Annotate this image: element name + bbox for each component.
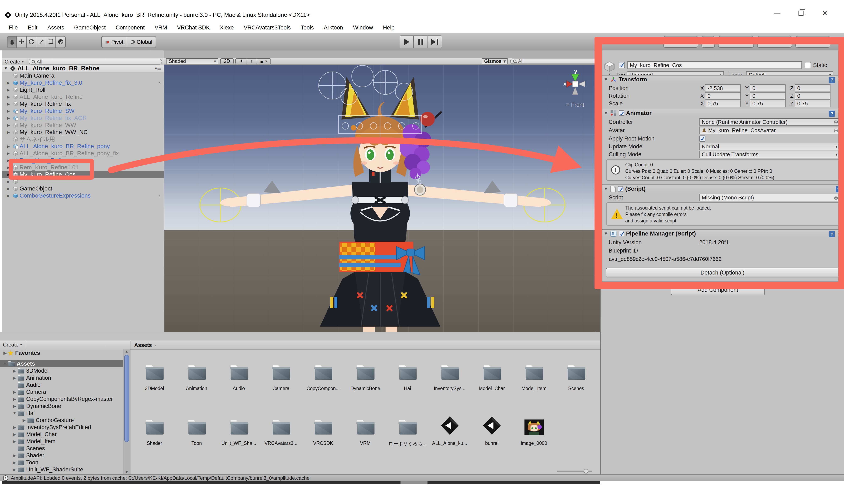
expand-arrow-icon[interactable]: ▼ xyxy=(2,361,8,366)
hierarchy-item-main-camera[interactable]: Main Camera xyxy=(2,72,164,79)
tree-item-combogesture[interactable]: ▶ComboGesture xyxy=(0,417,123,424)
expand-arrow-icon[interactable]: ▶ xyxy=(12,467,17,472)
hierarchy-item-all-alone-kuro-br-refine-pony-fix[interactable]: ▶ALL_Alone_kuro_BR_Refine_pony_fix xyxy=(2,150,164,157)
expand-arrow-icon[interactable]: ▶ xyxy=(7,144,13,149)
menu-help[interactable]: Help xyxy=(378,24,400,31)
scene-viewport[interactable]: y x ≡ Front xyxy=(164,65,600,332)
hierarchy-item-my-kuro-refine-fix-aor[interactable]: ▶My_kuro_Refine_fix_AOR xyxy=(2,114,164,122)
draw-mode-dropdown[interactable]: Shaded xyxy=(166,58,218,64)
expand-arrow-icon[interactable]: ▶ xyxy=(12,368,17,373)
menu-component[interactable]: Component xyxy=(111,24,150,31)
hierarchy-item-item[interactable]: サムネイル用 xyxy=(2,136,164,143)
asset-unlit-wf-sha[interactable]: Unlit_WF_Sha... xyxy=(218,409,260,447)
tree-item-shader[interactable]: ▶Shader xyxy=(0,452,123,459)
expand-arrow-icon[interactable]: ▶ xyxy=(7,109,13,113)
asset-vrm[interactable]: VRM xyxy=(344,409,386,447)
hierarchy-item-my-kuro-refine-ww-nc[interactable]: ▶My_kuro_Refine_WW_NC xyxy=(2,129,164,136)
expand-arrow-icon[interactable]: ▶ xyxy=(12,453,17,458)
tree-item-model-item[interactable]: ▶Model_Item xyxy=(0,438,123,445)
scene-orientation-gizmo[interactable]: y x ≡ Front xyxy=(559,69,591,108)
asset-dynamicbone[interactable]: DynamicBone xyxy=(344,355,386,391)
scroll-down-icon[interactable]: ▼ xyxy=(123,470,130,474)
hierarchy-scene-root[interactable]: ▼ ALL_Alone_kuro_BR_Refine ▾☰ xyxy=(2,65,164,72)
hierarchy-search-input[interactable]: All xyxy=(29,59,162,65)
audio-toggle[interactable]: ♪ xyxy=(247,58,256,64)
asset-toon[interactable]: Toon xyxy=(175,409,218,447)
expand-arrow-icon[interactable]: ▶ xyxy=(7,87,13,92)
expand-arrow-icon[interactable]: ▶ xyxy=(7,80,13,85)
menu-vrcavatars3tools[interactable]: VRCAvatars3Tools xyxy=(239,24,296,31)
transform-tool[interactable] xyxy=(56,36,66,48)
play-button[interactable] xyxy=(400,35,414,48)
scene-menu-icon[interactable]: ▾☰ xyxy=(155,66,161,71)
hand-tool[interactable] xyxy=(7,36,17,48)
expand-arrow-icon[interactable]: ▶ xyxy=(7,102,13,106)
expand-arrow-icon[interactable]: ▶ xyxy=(7,193,13,198)
hierarchy-item-all-alone-kuro-br-refine-pony[interactable]: ▶ALL_Alone_kuro_BR_Refine_pony xyxy=(2,143,164,150)
asset-scenes[interactable]: Scenes xyxy=(555,355,597,391)
project-tree-scrollbar[interactable]: ▲ ▼ xyxy=(123,349,130,475)
project-create-button[interactable]: Create▾ xyxy=(0,341,25,349)
gizmos-dropdown[interactable]: Gizmos xyxy=(482,58,508,64)
expand-arrow-icon[interactable]: ▶ xyxy=(12,390,17,394)
hierarchy-item-my-kuro-refine-fix[interactable]: ▶My_kuro_Refine_fix xyxy=(2,101,164,107)
expand-arrow-icon[interactable]: ▶ xyxy=(12,397,17,401)
menu-xiexe[interactable]: Xiexe xyxy=(215,24,239,31)
move-tool[interactable] xyxy=(17,36,27,48)
scrollbar-thumb[interactable] xyxy=(124,355,129,442)
step-button[interactable] xyxy=(428,35,442,48)
hierarchy-item-my-kuro-refine-sw[interactable]: ▶My_kuro_Refine_SW xyxy=(2,107,164,114)
asset-model-char[interactable]: Model_Char xyxy=(471,355,513,391)
expand-arrow-icon[interactable]: ▼ xyxy=(12,411,17,415)
menu-assets[interactable]: Assets xyxy=(42,24,69,31)
scale-tool[interactable] xyxy=(36,36,46,48)
tree-item-unlit-wf-shadersuite[interactable]: ▶Unlit_WF_ShaderSuite xyxy=(0,466,123,473)
expand-arrow-icon[interactable]: ▶ xyxy=(7,179,13,184)
scene-search-input[interactable]: All xyxy=(510,58,598,64)
slider-knob[interactable] xyxy=(584,469,588,473)
tree-item-scenes[interactable]: Scenes xyxy=(0,445,123,452)
hierarchy-item-combogestureexpressions[interactable]: ▶ComboGestureExpressions› xyxy=(2,192,164,199)
expand-arrow-icon[interactable]: ▶ xyxy=(7,123,13,128)
menu-vrm[interactable]: VRM xyxy=(150,24,172,31)
menu-gameobject[interactable]: GameObject xyxy=(69,24,111,31)
hierarchy-item-my-kuro-refine-fix-3-0[interactable]: ▶My_kuro_Refine_fix_3.0› xyxy=(2,79,164,86)
hierarchy-create-button[interactable]: Create▾ xyxy=(2,58,27,65)
breadcrumb-assets[interactable]: Assets xyxy=(134,342,152,348)
expand-arrow-icon[interactable]: ▶ xyxy=(7,130,13,135)
menu-tools[interactable]: Tools xyxy=(296,24,318,31)
expand-arrow-icon[interactable]: ▶ xyxy=(2,351,8,356)
prefab-chevron-icon[interactable]: › xyxy=(159,193,161,199)
asset-vrcsdk[interactable]: VRCSDK xyxy=(302,409,344,447)
menu-edit[interactable]: Edit xyxy=(23,24,42,31)
menu-vrchat-sdk[interactable]: VRChat SDK xyxy=(172,24,215,31)
asset-shader[interactable]: Shader xyxy=(133,409,175,447)
hierarchy-item-my-kuro-refine-ww[interactable]: ▶My_kuro_Refine_WW xyxy=(2,122,164,129)
hierarchy-item-gameobject[interactable]: ▶GameObject xyxy=(2,185,164,192)
tree-item-3dmodel[interactable]: ▶3DModel xyxy=(0,367,123,374)
hierarchy-item-all-alone-kuro-refine[interactable]: ▶ALL_Alone_kuro_Refine xyxy=(2,93,164,101)
menu-window[interactable]: Window xyxy=(348,24,378,31)
expand-arrow-icon[interactable]: ▶ xyxy=(12,439,17,444)
global-toggle[interactable]: Global xyxy=(127,36,156,48)
prefab-chevron-icon[interactable]: › xyxy=(159,80,161,86)
rect-tool[interactable] xyxy=(46,36,56,48)
asset-animation[interactable]: Animation xyxy=(175,355,218,391)
effects-dropdown[interactable]: ▣▾ xyxy=(256,58,271,64)
status-bar[interactable]: ! AmplitudeAPI: Loaded 0 events, 2 bytes… xyxy=(0,474,844,481)
scroll-up-icon[interactable]: ▲ xyxy=(123,349,130,354)
rotate-tool[interactable] xyxy=(27,36,36,48)
restore-button[interactable] xyxy=(796,8,806,18)
tree-item-dynamicbone[interactable]: ▶DynamicBone xyxy=(0,402,123,410)
expand-arrow-icon[interactable]: ▶ xyxy=(12,425,17,430)
2d-toggle[interactable]: 2D xyxy=(220,58,234,64)
asset-audio[interactable]: Audio xyxy=(218,355,260,391)
close-button[interactable]: × xyxy=(820,8,829,18)
minimize-button[interactable] xyxy=(773,8,782,18)
breadcrumb[interactable]: Assets › xyxy=(131,341,600,350)
pause-button[interactable] xyxy=(414,35,428,48)
expand-arrow-icon[interactable]: ▶ xyxy=(7,151,13,156)
tree-item-model-char[interactable]: ▶Model_Char xyxy=(0,431,123,438)
menu-file[interactable]: File xyxy=(4,24,23,31)
expand-arrow-icon[interactable]: ▶ xyxy=(7,115,13,121)
